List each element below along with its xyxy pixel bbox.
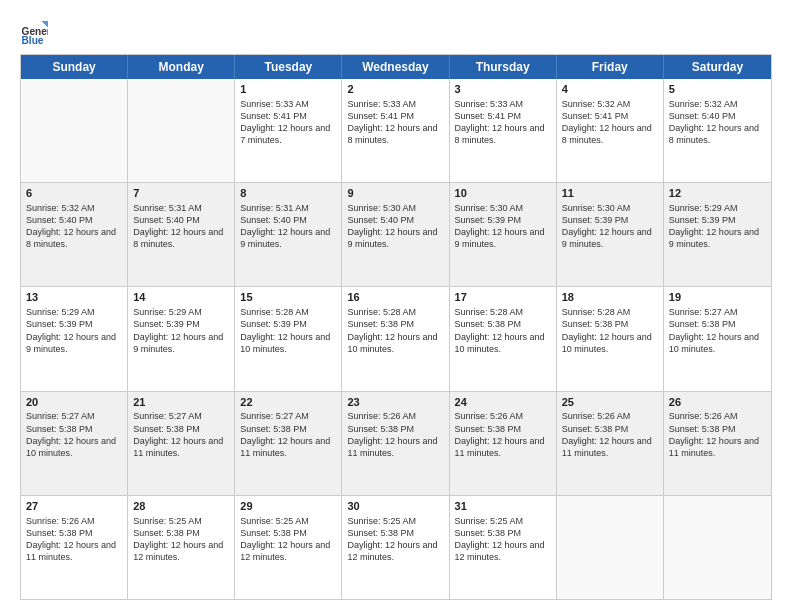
cal-cell-r1-c1: 7Sunrise: 5:31 AM Sunset: 5:40 PM Daylig…	[128, 183, 235, 286]
cal-cell-r0-c0	[21, 79, 128, 182]
day-number: 23	[347, 395, 443, 410]
calendar-header: Sunday Monday Tuesday Wednesday Thursday…	[21, 55, 771, 79]
day-info: Sunrise: 5:29 AM Sunset: 5:39 PM Dayligh…	[133, 306, 229, 355]
day-info: Sunrise: 5:25 AM Sunset: 5:38 PM Dayligh…	[347, 515, 443, 564]
day-info: Sunrise: 5:32 AM Sunset: 5:41 PM Dayligh…	[562, 98, 658, 147]
day-info: Sunrise: 5:30 AM Sunset: 5:39 PM Dayligh…	[455, 202, 551, 251]
cal-cell-r3-c6: 26Sunrise: 5:26 AM Sunset: 5:38 PM Dayli…	[664, 392, 771, 495]
cal-cell-r4-c6	[664, 496, 771, 599]
col-tuesday: Tuesday	[235, 55, 342, 79]
day-info: Sunrise: 5:27 AM Sunset: 5:38 PM Dayligh…	[133, 410, 229, 459]
cal-cell-r4-c2: 29Sunrise: 5:25 AM Sunset: 5:38 PM Dayli…	[235, 496, 342, 599]
day-number: 3	[455, 82, 551, 97]
day-info: Sunrise: 5:33 AM Sunset: 5:41 PM Dayligh…	[240, 98, 336, 147]
day-number: 2	[347, 82, 443, 97]
day-number: 31	[455, 499, 551, 514]
day-info: Sunrise: 5:25 AM Sunset: 5:38 PM Dayligh…	[133, 515, 229, 564]
cal-cell-r4-c3: 30Sunrise: 5:25 AM Sunset: 5:38 PM Dayli…	[342, 496, 449, 599]
cal-cell-r2-c4: 17Sunrise: 5:28 AM Sunset: 5:38 PM Dayli…	[450, 287, 557, 390]
day-info: Sunrise: 5:26 AM Sunset: 5:38 PM Dayligh…	[347, 410, 443, 459]
col-friday: Friday	[557, 55, 664, 79]
day-number: 26	[669, 395, 766, 410]
cal-cell-r2-c3: 16Sunrise: 5:28 AM Sunset: 5:38 PM Dayli…	[342, 287, 449, 390]
day-info: Sunrise: 5:30 AM Sunset: 5:39 PM Dayligh…	[562, 202, 658, 251]
day-info: Sunrise: 5:28 AM Sunset: 5:38 PM Dayligh…	[455, 306, 551, 355]
day-number: 6	[26, 186, 122, 201]
cal-cell-r0-c2: 1Sunrise: 5:33 AM Sunset: 5:41 PM Daylig…	[235, 79, 342, 182]
day-number: 8	[240, 186, 336, 201]
day-number: 4	[562, 82, 658, 97]
calendar-row-1: 1Sunrise: 5:33 AM Sunset: 5:41 PM Daylig…	[21, 79, 771, 182]
day-info: Sunrise: 5:27 AM Sunset: 5:38 PM Dayligh…	[669, 306, 766, 355]
cal-cell-r0-c5: 4Sunrise: 5:32 AM Sunset: 5:41 PM Daylig…	[557, 79, 664, 182]
day-number: 29	[240, 499, 336, 514]
day-number: 25	[562, 395, 658, 410]
day-number: 24	[455, 395, 551, 410]
col-thursday: Thursday	[450, 55, 557, 79]
day-number: 5	[669, 82, 766, 97]
svg-text:Blue: Blue	[22, 35, 44, 46]
cal-cell-r2-c5: 18Sunrise: 5:28 AM Sunset: 5:38 PM Dayli…	[557, 287, 664, 390]
day-info: Sunrise: 5:26 AM Sunset: 5:38 PM Dayligh…	[455, 410, 551, 459]
day-info: Sunrise: 5:26 AM Sunset: 5:38 PM Dayligh…	[562, 410, 658, 459]
day-info: Sunrise: 5:26 AM Sunset: 5:38 PM Dayligh…	[26, 515, 122, 564]
day-info: Sunrise: 5:25 AM Sunset: 5:38 PM Dayligh…	[455, 515, 551, 564]
cal-cell-r1-c4: 10Sunrise: 5:30 AM Sunset: 5:39 PM Dayli…	[450, 183, 557, 286]
cal-cell-r4-c0: 27Sunrise: 5:26 AM Sunset: 5:38 PM Dayli…	[21, 496, 128, 599]
cal-cell-r3-c2: 22Sunrise: 5:27 AM Sunset: 5:38 PM Dayli…	[235, 392, 342, 495]
day-number: 10	[455, 186, 551, 201]
calendar: Sunday Monday Tuesday Wednesday Thursday…	[20, 54, 772, 600]
col-saturday: Saturday	[664, 55, 771, 79]
day-info: Sunrise: 5:32 AM Sunset: 5:40 PM Dayligh…	[669, 98, 766, 147]
day-info: Sunrise: 5:28 AM Sunset: 5:39 PM Dayligh…	[240, 306, 336, 355]
cal-cell-r2-c6: 19Sunrise: 5:27 AM Sunset: 5:38 PM Dayli…	[664, 287, 771, 390]
logo: General Blue	[20, 18, 50, 46]
day-number: 15	[240, 290, 336, 305]
day-info: Sunrise: 5:26 AM Sunset: 5:38 PM Dayligh…	[669, 410, 766, 459]
day-number: 7	[133, 186, 229, 201]
day-number: 11	[562, 186, 658, 201]
cal-cell-r1-c5: 11Sunrise: 5:30 AM Sunset: 5:39 PM Dayli…	[557, 183, 664, 286]
day-info: Sunrise: 5:33 AM Sunset: 5:41 PM Dayligh…	[347, 98, 443, 147]
day-number: 9	[347, 186, 443, 201]
day-info: Sunrise: 5:31 AM Sunset: 5:40 PM Dayligh…	[240, 202, 336, 251]
day-number: 21	[133, 395, 229, 410]
calendar-row-2: 6Sunrise: 5:32 AM Sunset: 5:40 PM Daylig…	[21, 182, 771, 286]
day-number: 18	[562, 290, 658, 305]
calendar-row-4: 20Sunrise: 5:27 AM Sunset: 5:38 PM Dayli…	[21, 391, 771, 495]
cal-cell-r0-c3: 2Sunrise: 5:33 AM Sunset: 5:41 PM Daylig…	[342, 79, 449, 182]
day-number: 22	[240, 395, 336, 410]
cal-cell-r3-c0: 20Sunrise: 5:27 AM Sunset: 5:38 PM Dayli…	[21, 392, 128, 495]
day-info: Sunrise: 5:29 AM Sunset: 5:39 PM Dayligh…	[669, 202, 766, 251]
cal-cell-r0-c6: 5Sunrise: 5:32 AM Sunset: 5:40 PM Daylig…	[664, 79, 771, 182]
day-number: 17	[455, 290, 551, 305]
day-number: 13	[26, 290, 122, 305]
cal-cell-r1-c6: 12Sunrise: 5:29 AM Sunset: 5:39 PM Dayli…	[664, 183, 771, 286]
cal-cell-r1-c3: 9Sunrise: 5:30 AM Sunset: 5:40 PM Daylig…	[342, 183, 449, 286]
day-number: 28	[133, 499, 229, 514]
day-info: Sunrise: 5:25 AM Sunset: 5:38 PM Dayligh…	[240, 515, 336, 564]
day-number: 14	[133, 290, 229, 305]
day-info: Sunrise: 5:27 AM Sunset: 5:38 PM Dayligh…	[26, 410, 122, 459]
cal-cell-r0-c4: 3Sunrise: 5:33 AM Sunset: 5:41 PM Daylig…	[450, 79, 557, 182]
calendar-row-3: 13Sunrise: 5:29 AM Sunset: 5:39 PM Dayli…	[21, 286, 771, 390]
day-number: 20	[26, 395, 122, 410]
day-number: 19	[669, 290, 766, 305]
col-wednesday: Wednesday	[342, 55, 449, 79]
cal-cell-r3-c3: 23Sunrise: 5:26 AM Sunset: 5:38 PM Dayli…	[342, 392, 449, 495]
day-info: Sunrise: 5:33 AM Sunset: 5:41 PM Dayligh…	[455, 98, 551, 147]
cal-cell-r4-c1: 28Sunrise: 5:25 AM Sunset: 5:38 PM Dayli…	[128, 496, 235, 599]
day-info: Sunrise: 5:29 AM Sunset: 5:39 PM Dayligh…	[26, 306, 122, 355]
cal-cell-r3-c4: 24Sunrise: 5:26 AM Sunset: 5:38 PM Dayli…	[450, 392, 557, 495]
cal-cell-r2-c0: 13Sunrise: 5:29 AM Sunset: 5:39 PM Dayli…	[21, 287, 128, 390]
day-info: Sunrise: 5:31 AM Sunset: 5:40 PM Dayligh…	[133, 202, 229, 251]
col-monday: Monday	[128, 55, 235, 79]
day-number: 1	[240, 82, 336, 97]
day-number: 27	[26, 499, 122, 514]
day-info: Sunrise: 5:27 AM Sunset: 5:38 PM Dayligh…	[240, 410, 336, 459]
cal-cell-r2-c1: 14Sunrise: 5:29 AM Sunset: 5:39 PM Dayli…	[128, 287, 235, 390]
cal-cell-r3-c1: 21Sunrise: 5:27 AM Sunset: 5:38 PM Dayli…	[128, 392, 235, 495]
cal-cell-r2-c2: 15Sunrise: 5:28 AM Sunset: 5:39 PM Dayli…	[235, 287, 342, 390]
cal-cell-r3-c5: 25Sunrise: 5:26 AM Sunset: 5:38 PM Dayli…	[557, 392, 664, 495]
day-info: Sunrise: 5:28 AM Sunset: 5:38 PM Dayligh…	[347, 306, 443, 355]
